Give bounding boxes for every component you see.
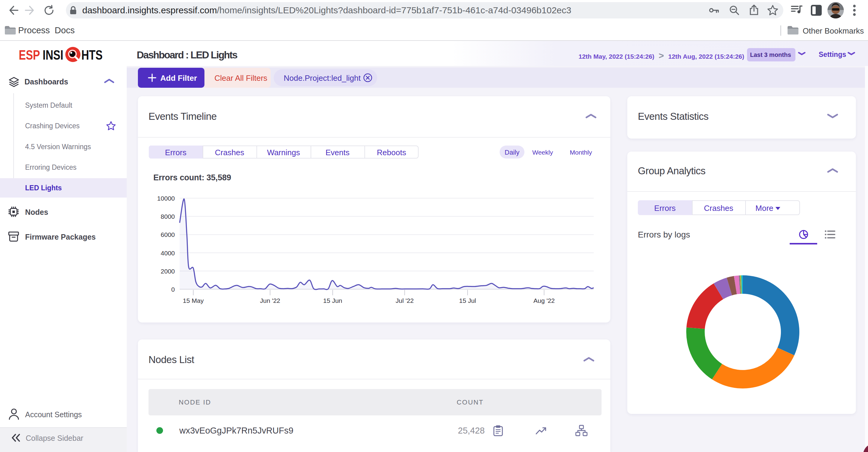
- svg-text:15 May: 15 May: [183, 297, 204, 304]
- svg-text:10000: 10000: [157, 195, 175, 202]
- svg-text:8000: 8000: [161, 213, 175, 220]
- svg-text:6000: 6000: [161, 231, 175, 238]
- svg-text:Aug '22: Aug '22: [533, 297, 555, 304]
- svg-text:4000: 4000: [161, 250, 175, 257]
- svg-text:2000: 2000: [161, 268, 175, 275]
- svg-text:0: 0: [171, 286, 175, 293]
- svg-text:15 Jul: 15 Jul: [459, 297, 476, 304]
- svg-text:Jun '22: Jun '22: [260, 297, 280, 304]
- svg-text:15 Jun: 15 Jun: [323, 297, 342, 304]
- svg-text:Jul '22: Jul '22: [396, 297, 414, 304]
